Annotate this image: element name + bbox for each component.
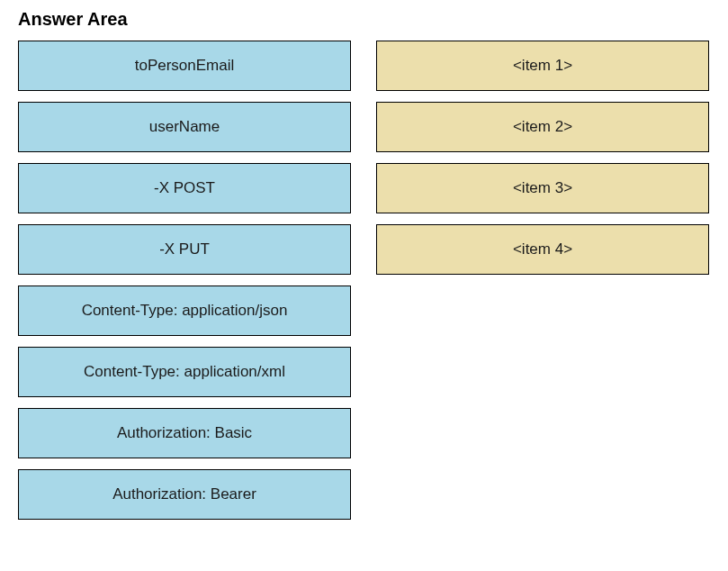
target-column: <item 1> <item 2> <item 3> <item 4> xyxy=(376,41,709,520)
source-item[interactable]: userName xyxy=(18,102,351,152)
target-slot[interactable]: <item 3> xyxy=(376,163,709,213)
source-item[interactable]: Authorization: Basic xyxy=(18,408,351,458)
source-item[interactable]: Authorization: Bearer xyxy=(18,469,351,520)
page-title: Answer Area xyxy=(18,9,710,30)
source-item[interactable]: Content-Type: application/json xyxy=(18,286,351,336)
source-item[interactable]: -X PUT xyxy=(18,224,351,275)
target-slot[interactable]: <item 4> xyxy=(376,224,709,275)
source-column: toPersonEmail userName -X POST -X PUT Co… xyxy=(18,41,351,520)
answer-area-columns: toPersonEmail userName -X POST -X PUT Co… xyxy=(18,41,710,520)
source-item[interactable]: -X POST xyxy=(18,163,351,213)
source-item[interactable]: toPersonEmail xyxy=(18,41,351,91)
source-item[interactable]: Content-Type: application/xml xyxy=(18,347,351,397)
target-slot[interactable]: <item 1> xyxy=(376,41,709,91)
target-slot[interactable]: <item 2> xyxy=(376,102,709,152)
